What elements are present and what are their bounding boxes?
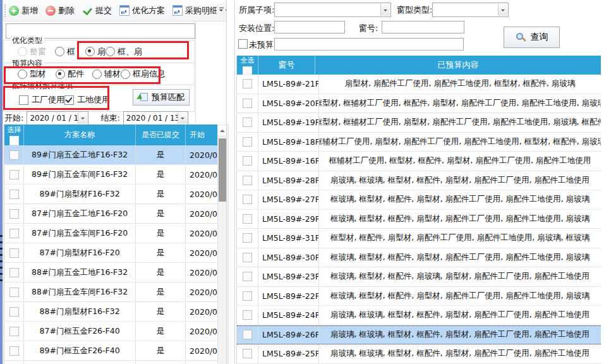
row-checkbox[interactable] — [9, 209, 19, 219]
row-checkbox[interactable] — [243, 195, 252, 204]
window-budget-row[interactable]: LM5L-89#-19F17 框型材, 框辅材工厂使用, 扇型材, 扇配件工厂使… — [237, 113, 601, 133]
radio-option[interactable]: 配件 — [56, 68, 84, 80]
window-budget-row[interactable]: LM5L-89#-26F24 扇玻璃, 框玻璃, 框型材, 框配件, 扇型材, … — [237, 325, 601, 345]
not-budgeted-checkbox[interactable] — [238, 39, 248, 49]
toolbar-button[interactable]: 优化方案 — [119, 5, 165, 16]
row-select-cell — [237, 133, 258, 152]
radio-option[interactable]: 整窗 — [18, 46, 46, 58]
toolbar-button[interactable]: 新增 — [9, 5, 38, 16]
row-checkbox[interactable] — [243, 233, 252, 243]
radio-option[interactable]: 扇 — [85, 46, 106, 58]
query-button[interactable]: 查询 — [504, 27, 560, 48]
window-budget-row[interactable]: LM5L-89#-28F26 扇玻璃, 框玻璃, 框型材, 框配件, 扇型材, … — [237, 171, 601, 191]
start-date-dropdown-icon[interactable] — [78, 112, 87, 124]
window-budget-row[interactable]: LM5L-89#-30F28 框玻璃, 框型材, 框配件, 扇型材, 扇配件工厂… — [237, 248, 601, 268]
budgeted-content-cell: 框型材, 框辅材工厂使用, 框配件, 扇型材, 扇配件工厂使用, 扇配件工地使用… — [319, 94, 601, 113]
scheme-table-row[interactable]: 88#门框五金F21-F40 是 2020/0 — [4, 361, 218, 364]
row-checkbox[interactable] — [243, 272, 252, 281]
budgeted-content-column-header[interactable]: 已预算内容 — [315, 56, 601, 75]
not-budgeted-input[interactable] — [274, 38, 464, 51]
sub-item-dropdown-icon[interactable] — [380, 4, 390, 16]
row-checkbox[interactable] — [243, 176, 252, 185]
row-checkbox[interactable] — [9, 150, 19, 160]
window-budget-row[interactable]: LM5L-89#-25F23 扇玻璃, 框玻璃, 框型材, 框配件, 扇型材, … — [237, 344, 601, 364]
scheme-table-row[interactable]: 89#门框五金F26-F40 是 2020/0 — [4, 341, 218, 361]
overflow-bar-icon — [219, 8, 224, 8]
install-position-input[interactable] — [274, 21, 345, 33]
submitted-column-header[interactable]: 是否已提交 — [136, 124, 186, 145]
window-no-column-header[interactable]: 窗号 — [258, 56, 315, 75]
row-checkbox[interactable] — [9, 327, 19, 336]
select-all-checkbox[interactable] — [9, 136, 19, 145]
scheme-table-row[interactable]: 88#门扇五金车间F16-F32 是 2020/0 — [4, 282, 218, 302]
window-budget-row[interactable]: LM5L-89#-27F25 框玻璃, 框型材, 框配件, 扇型材, 扇配件工厂… — [237, 190, 601, 210]
window-type-dropdown-icon[interactable] — [498, 4, 507, 16]
row-checkbox[interactable] — [243, 99, 252, 108]
radio-option[interactable]: 框扇信息 — [121, 68, 166, 80]
radio-option[interactable]: 辅材 — [92, 68, 121, 80]
row-checkbox[interactable] — [9, 268, 19, 277]
window-budget-row[interactable]: LM5L-89#-29F27 框玻璃, 框型材, 框配件, 扇型材, 扇配件工厂… — [237, 210, 601, 229]
row-checkbox[interactable] — [9, 170, 19, 179]
window-budget-row[interactable]: LM5L-89#-20F18 框型材, 框辅材工厂使用, 框配件, 扇型材, 扇… — [237, 94, 601, 114]
radio-option[interactable]: 框 — [55, 46, 75, 58]
scheme-name-column-header[interactable]: 方案名称 — [24, 124, 136, 145]
scheme-name-cell: 89#门框五金F26-F40 — [24, 341, 136, 360]
row-checkbox[interactable] — [243, 79, 252, 88]
scheme-table-row[interactable]: 88#门扇型材F16-F32 是 2020/0 — [4, 302, 218, 322]
row-checkbox[interactable] — [9, 248, 19, 258]
row-checkbox[interactable] — [243, 253, 252, 262]
select-all-checkbox[interactable] — [243, 66, 252, 75]
splitter-grip-marks[interactable] — [0, 235, 3, 282]
scheme-table-scrollbar[interactable] — [217, 124, 229, 364]
row-checkbox[interactable] — [9, 288, 19, 297]
row-checkbox[interactable] — [243, 310, 252, 320]
scheme-table-row[interactable]: 88#门扇五金工地F16-F32 是 2020/0 — [4, 263, 218, 282]
start-column-header[interactable]: 开始 — [186, 124, 218, 145]
window-type-combobox[interactable] — [432, 3, 509, 17]
row-checkbox[interactable] — [243, 156, 252, 166]
row-checkbox[interactable] — [9, 229, 19, 238]
scheme-table-row[interactable]: 89#门扇五金工地F16-F32 是 2020/0 — [4, 145, 218, 165]
scheme-table-row[interactable]: 87#门框五金F26-F40 是 2020/0 — [4, 322, 218, 341]
scheme-table-row[interactable]: 87#门扇五金工地F16-F20 是 2020/0 — [4, 204, 218, 224]
toolbar-button[interactable]: 提交 — [82, 5, 112, 16]
scheme-table-row[interactable]: 87#门扇五金车间F16-F20 是 2020/0 — [4, 224, 218, 243]
row-checkbox[interactable] — [9, 346, 19, 356]
row-checkbox[interactable] — [243, 137, 252, 147]
window-budget-row[interactable]: LM5L-89#-21F19 扇型材, 扇配件工厂使用, 扇配件工地使用, 框型… — [237, 75, 601, 94]
window-budget-row[interactable]: LM5L-89#-18F16 框辅材工厂使用, 扇型材, 扇配件工厂使用, 扇配… — [237, 133, 601, 152]
checkbox-option[interactable]: 工地使用 — [64, 94, 110, 106]
scheme-table-row[interactable]: 89#门扇五金车间F16-F32 是 2020/0 — [4, 165, 218, 185]
radio-option[interactable]: 框、扇 — [106, 46, 142, 58]
sub-item-combobox[interactable] — [274, 3, 391, 17]
end-date-dropdown-icon[interactable] — [178, 112, 187, 124]
window-no-input[interactable] — [382, 21, 464, 33]
scheme-table-row[interactable]: 87#门扇型材F16-F20 是 2020/0 — [4, 243, 218, 263]
toolbar-grip[interactable] — [4, 4, 6, 17]
toolbar-button[interactable]: 删除 — [45, 5, 75, 16]
row-checkbox[interactable] — [243, 118, 252, 127]
checkbox-option[interactable]: 工厂使用 — [19, 94, 64, 106]
window-budget-row[interactable]: LM5L-89#-22F20 框玻璃, 框型材, 框配件, 扇型材, 扇配件工厂… — [237, 287, 601, 306]
row-checkbox[interactable] — [243, 214, 252, 224]
toolbar-overflow-button[interactable] — [217, 3, 226, 17]
row-checkbox[interactable] — [243, 330, 252, 339]
budget-match-button[interactable]: 预算匹配 — [133, 89, 190, 106]
window-budget-row[interactable]: LM5L-89#-24F22 扇玻璃, 框玻璃, 框型材, 框配件, 扇型材, … — [237, 306, 601, 325]
scrollbar-thumb[interactable] — [219, 138, 226, 202]
row-checkbox[interactable] — [243, 349, 252, 358]
window-budget-row[interactable]: LM5L-89#-16F15 框辅材工厂使用, 框型材, 框配件, 扇型材, 扇… — [237, 152, 601, 171]
window-no-cell: LM5L-89#-30F28 — [258, 248, 319, 267]
start-date-picker[interactable]: 2020 / 01 / 1 — [27, 111, 88, 125]
end-date-picker[interactable]: 2020 / 01 / 13 — [123, 111, 188, 125]
row-checkbox[interactable] — [9, 307, 19, 317]
scheme-table-row[interactable]: 89#门扇型材F16-F32 是 2020/0 — [4, 185, 218, 204]
window-no-cell: LM5L-89#-29F27 — [258, 210, 319, 229]
radio-option[interactable]: 型材 — [18, 68, 46, 80]
row-checkbox[interactable] — [9, 190, 19, 199]
window-budget-row[interactable]: LM5L-89#-23F21 框玻璃, 框型材, 框配件, 扇玻璃, 扇型材, … — [237, 267, 601, 287]
window-budget-row[interactable]: LM5L-89#-31F29 框型材, 框配件, 扇型材, 扇配件工厂使用, 扇… — [237, 229, 601, 248]
row-checkbox[interactable] — [243, 291, 252, 301]
scrollbar-up-arrow[interactable] — [218, 125, 227, 136]
